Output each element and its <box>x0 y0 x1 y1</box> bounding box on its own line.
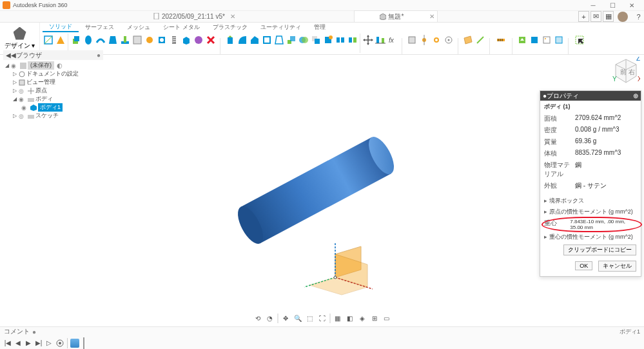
comments-label[interactable]: コメント <box>4 327 30 336</box>
timeline-settings-icon[interactable] <box>55 339 64 348</box>
minimize-button[interactable]: ─ <box>583 0 603 11</box>
tool-scale[interactable] <box>285 34 297 54</box>
cat-tab-mesh[interactable]: メッシュ <box>121 23 157 32</box>
tree-item-bodies[interactable]: ◢◉ボディ <box>3 95 103 103</box>
tool-measure[interactable] <box>495 34 507 54</box>
orbit-button[interactable]: ⟲ <box>253 314 262 323</box>
tool-presspull[interactable] <box>224 34 236 54</box>
object-visibility-button[interactable]: ◈ <box>357 314 367 323</box>
cat-tab-surface[interactable]: サーフェス <box>79 23 121 32</box>
maximize-button[interactable]: ☐ <box>603 0 622 11</box>
tool-split-face[interactable] <box>334 34 346 54</box>
workspace-label: デザイン ▾ <box>5 41 35 50</box>
cat-tab-sheetmetal[interactable]: シート メタル <box>157 23 206 32</box>
tool-split-body[interactable] <box>346 34 358 54</box>
browser-header[interactable]: ◀◀ ブラウザ ● <box>3 50 103 60</box>
tool-fillet[interactable] <box>236 34 248 54</box>
tree-item[interactable]: ▷◎スケッチ <box>3 112 103 120</box>
tool-replace-face[interactable] <box>322 34 334 54</box>
timeline-prev-button[interactable]: ◀ <box>14 339 22 346</box>
viewport-button[interactable]: ▭ <box>382 314 391 323</box>
expand-moment-origin[interactable]: 原点の慣性モーメント (g mm^2) <box>540 206 641 217</box>
timeline-play-button[interactable]: ▷ <box>45 339 53 346</box>
cat-tab-solid[interactable]: ソリッド <box>43 23 79 32</box>
svg-text:fx: fx <box>389 37 395 44</box>
expand-moment-centroid[interactable]: 重心の慣性モーメント (g mm^2) <box>540 232 641 243</box>
zoom-button[interactable]: 🔍 <box>293 314 302 323</box>
tool-web[interactable] <box>131 34 143 54</box>
tool-plane[interactable] <box>462 34 474 54</box>
look-button[interactable]: ◔ <box>265 314 275 323</box>
tab-close-icon[interactable]: ✕ <box>429 13 434 20</box>
cat-tab-utility[interactable]: ユーティリティ <box>254 23 307 32</box>
help-button[interactable]: ? <box>633 11 644 22</box>
fit-button[interactable]: ⛶ <box>317 314 327 323</box>
tool-new-component[interactable] <box>405 34 418 54</box>
tool-chamfer[interactable] <box>248 34 260 54</box>
tool-combine[interactable] <box>297 34 309 54</box>
tree-item[interactable]: ▷◎原点 <box>3 86 103 95</box>
timeline-end-button[interactable]: ▶| <box>35 339 43 346</box>
tool-decal[interactable] <box>528 34 540 54</box>
pushpin-icon[interactable]: ⊕ <box>633 92 638 99</box>
tool-asbuilt-joint[interactable] <box>430 34 442 54</box>
view-cube[interactable]: 前 右 Z X Y <box>612 57 640 85</box>
ok-button[interactable]: OK <box>575 261 592 270</box>
new-tab-button[interactable]: + <box>578 11 589 22</box>
tool-joint-origin[interactable] <box>442 34 454 54</box>
user-avatar[interactable] <box>618 12 628 22</box>
extensions-button[interactable]: ▦ <box>603 11 614 22</box>
tool-delete[interactable] <box>204 34 217 54</box>
tool-parameters[interactable]: fx <box>386 34 398 54</box>
notifications-button[interactable]: ✉ <box>590 11 601 22</box>
gear-icon[interactable]: ◐ <box>57 62 63 69</box>
tool-insert-derive[interactable] <box>516 34 528 54</box>
tool-emboss[interactable] <box>143 34 155 54</box>
fillet-icon <box>237 35 248 45</box>
tool-select[interactable] <box>574 34 586 54</box>
tool-shell[interactable] <box>260 34 273 54</box>
timeline-next-button[interactable]: ▶ <box>24 339 32 346</box>
tool-align[interactable] <box>374 34 386 54</box>
tab-close-icon[interactable]: ✕ <box>230 13 235 20</box>
timeline-start-button[interactable]: |◀ <box>4 339 12 346</box>
tool-form[interactable] <box>192 34 204 54</box>
effects-button[interactable]: ◧ <box>345 314 355 323</box>
document-tab[interactable]: 2022/05/09_21:11 v5* ✕ <box>148 10 238 22</box>
properties-header[interactable]: ● プロパティ ⊕ <box>540 91 641 101</box>
workspace-switcher[interactable]: デザイン ▾ <box>0 23 40 54</box>
tool-offset-face[interactable] <box>309 34 322 54</box>
timeline-feature[interactable] <box>70 339 79 348</box>
cat-tab-manage[interactable]: 管理 <box>307 23 332 32</box>
tree-item-body1[interactable]: ◉ボディ1 <box>3 103 103 112</box>
display-button[interactable]: ▦ <box>333 314 342 323</box>
tree-item[interactable]: ▷ドキュメントの設定 <box>3 70 103 78</box>
pan-button[interactable]: ✥ <box>280 314 290 323</box>
tool-draft[interactable] <box>273 34 285 54</box>
pin-icon[interactable]: ● <box>97 52 101 59</box>
tool-insert-svg[interactable] <box>552 34 565 54</box>
grid-button[interactable]: ⊞ <box>369 314 379 323</box>
tool-loft[interactable] <box>106 34 119 54</box>
breadcrumb[interactable]: ボディ1 <box>620 328 640 336</box>
cancel-button[interactable]: キャンセル <box>598 261 636 272</box>
clipboard-button[interactable]: クリップボードにコピー <box>563 244 636 255</box>
timeline-marker[interactable] <box>83 337 84 349</box>
zoom-window-button[interactable]: ⬚ <box>305 314 315 323</box>
tool-hole[interactable] <box>155 34 168 54</box>
document-tab[interactable]: 無題* ✕ <box>354 10 438 22</box>
tool-joint[interactable] <box>418 34 430 54</box>
tool-thread[interactable] <box>168 34 180 54</box>
tool-axis[interactable] <box>474 34 486 54</box>
pin-icon[interactable]: ● <box>32 328 36 335</box>
tool-rib[interactable] <box>119 34 131 54</box>
cat-tab-plastic[interactable]: プラスチック <box>206 23 254 32</box>
tree-root[interactable]: ◢◉ (未保存) ◐ <box>3 61 103 70</box>
close-window-button[interactable]: ✕ <box>622 0 641 11</box>
tool-canvas[interactable] <box>540 34 552 54</box>
tree-item[interactable]: ▷ビュー管理 <box>3 78 103 86</box>
tool-move[interactable] <box>362 34 374 54</box>
svg-rect-67 <box>556 37 562 43</box>
tool-box[interactable] <box>180 34 192 54</box>
expand-bbox[interactable]: 境界ボックス <box>540 195 641 206</box>
